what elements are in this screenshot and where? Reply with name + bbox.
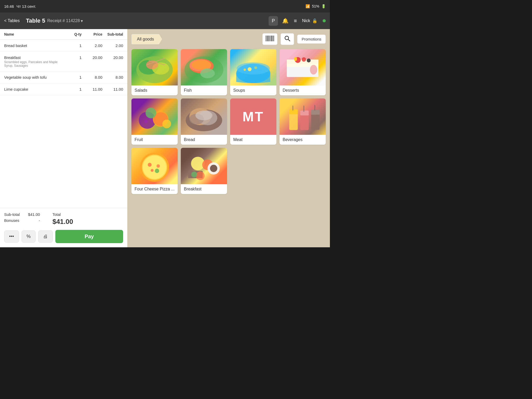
item-qty: 1 (63, 87, 82, 91)
print-button[interactable]: 🖨 (38, 230, 53, 243)
bell-icon[interactable]: 🔔 (282, 18, 289, 24)
total-value: $41.00 (52, 218, 73, 226)
subtotal-row: Sub-total $41.00 (4, 212, 40, 217)
bonuses-value: - (39, 218, 40, 223)
fish-illustration (181, 49, 227, 85)
meat-text: MT (242, 109, 264, 124)
svg-rect-4 (270, 36, 270, 41)
item-subtotal: 11.00 (102, 87, 123, 91)
right-panel: All goods (127, 29, 330, 247)
search-button[interactable] (281, 33, 294, 45)
svg-rect-6 (271, 36, 272, 41)
svg-point-34 (310, 65, 317, 75)
svg-point-20 (192, 60, 211, 70)
category-card-breakfast[interactable]: Breakfast (181, 148, 227, 194)
category-card-beverages[interactable]: Beverages (280, 98, 326, 145)
svg-point-32 (307, 58, 311, 62)
order-footer: Sub-total $41.00 Bonuses - Total $41.00 (0, 208, 127, 247)
user-info: Nick 🔓 (302, 18, 317, 23)
item-qty: 1 (63, 75, 82, 79)
back-button[interactable]: < Tables (4, 18, 20, 23)
bonuses-label: Bonuses (4, 218, 19, 223)
desserts-image (280, 49, 326, 85)
chevron-down-icon[interactable]: ▾ (81, 18, 83, 23)
bread-illustration (181, 98, 227, 135)
table-row[interactable]: Bread basket 1 2.00 2.00 (0, 40, 127, 52)
svg-point-63 (155, 169, 159, 173)
table-row[interactable]: Breakfast Scrambled eggs, Pancakes and M… (0, 52, 127, 71)
pizza-image (131, 148, 178, 184)
lock-icon[interactable]: 🔓 (312, 18, 317, 23)
category-card-soups[interactable]: Soups (230, 49, 276, 95)
item-price: 11.00 (82, 87, 102, 91)
svg-point-31 (302, 57, 306, 62)
beverages-label: Beverages (280, 135, 326, 145)
category-grid: Salads Fish (131, 49, 326, 194)
item-price: 8.00 (82, 75, 102, 79)
category-card-desserts[interactable]: Desserts (280, 49, 326, 95)
item-qty: 1 (63, 43, 82, 48)
more-options-button[interactable]: ••• (4, 230, 19, 243)
meat-image: MT (230, 98, 276, 135)
promotions-button[interactable]: Promotions (297, 35, 326, 44)
barcode-button[interactable] (262, 33, 277, 45)
category-card-fish[interactable]: Fish (181, 49, 227, 95)
beverages-image (280, 98, 326, 135)
all-goods-button[interactable]: All goods (131, 34, 162, 44)
svg-point-47 (195, 111, 212, 120)
svg-point-62 (151, 169, 154, 172)
svg-rect-33 (294, 57, 297, 61)
svg-point-26 (244, 69, 246, 71)
fruit-label: Fruit (131, 135, 178, 145)
svg-rect-1 (267, 36, 267, 41)
col-name: Name (4, 32, 63, 36)
discount-button[interactable]: % (22, 230, 36, 243)
status-time: 16:46 (4, 4, 14, 9)
table-row[interactable]: Lime cupcake 1 11.00 11.00 (0, 83, 127, 95)
receipt-info: Receipt # 114228 ▾ (47, 18, 83, 23)
svg-rect-49 (289, 109, 298, 114)
fruit-illustration (131, 98, 178, 135)
barcode-icon (266, 36, 274, 41)
col-subtotal: Sub-total (102, 32, 123, 36)
category-card-bread[interactable]: Bread (181, 98, 227, 145)
category-card-fruit[interactable]: Fruit (131, 98, 178, 145)
status-date: Чт 13 сент. (17, 4, 36, 9)
item-subtotal: 20.00 (102, 55, 123, 60)
bread-image (181, 98, 227, 135)
order-table: Name Q-ty Price Sub-total Bread basket 1… (0, 29, 127, 208)
svg-rect-3 (269, 36, 269, 41)
pizza-illustration (131, 148, 178, 184)
total-label: Total (52, 212, 73, 217)
svg-rect-0 (266, 36, 266, 41)
category-card-meat[interactable]: MT Meat (230, 98, 276, 145)
fish-image (181, 49, 227, 85)
bread-label: Bread (181, 135, 227, 145)
battery-icon: 🔋 (321, 4, 326, 8)
table-row[interactable]: Vegetable soup with tofu 1 8.00 8.00 (0, 71, 127, 83)
parking-button[interactable]: P (269, 16, 278, 26)
col-price: Price (82, 32, 102, 36)
breakfast-illustration (181, 148, 227, 184)
svg-point-69 (196, 171, 205, 180)
item-name: Vegetable soup with tofu (4, 75, 63, 79)
svg-point-23 (237, 62, 270, 75)
pay-button[interactable]: Pay (55, 230, 123, 243)
category-card-salads[interactable]: Salads (131, 49, 178, 95)
subtotal-value: $41.00 (28, 212, 40, 217)
svg-point-42 (162, 119, 171, 128)
item-name: Bread basket (4, 43, 63, 48)
fruit-image (131, 98, 178, 135)
svg-point-24 (248, 67, 251, 71)
fish-label: Fish (181, 85, 227, 95)
item-name: Lime cupcake (4, 87, 63, 91)
menu-icon[interactable]: ≡ (294, 18, 297, 24)
desserts-illustration (280, 49, 326, 85)
svg-point-60 (148, 163, 152, 167)
battery-level: 51% (312, 4, 319, 8)
item-name: Breakfast (4, 55, 63, 60)
svg-point-38 (144, 120, 148, 123)
order-table-header: Name Q-ty Price Sub-total (0, 29, 127, 40)
category-card-pizza[interactable]: Four Cheese Pizza ... (131, 148, 178, 194)
table-title: Table 5 (26, 17, 45, 24)
